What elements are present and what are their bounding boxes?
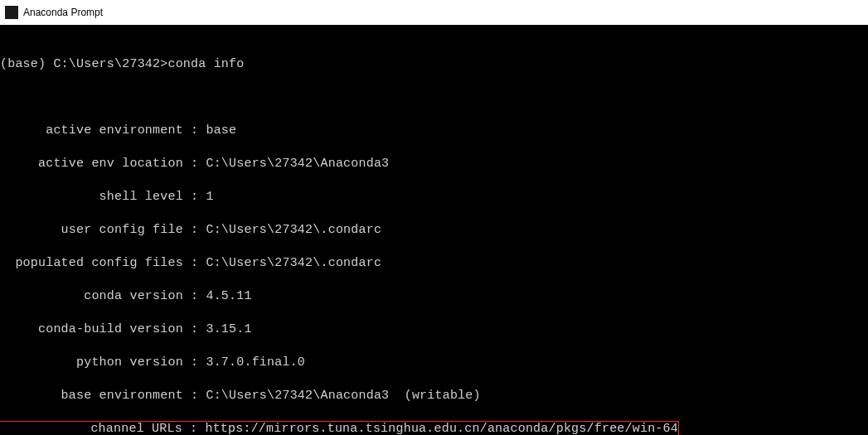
value: C:\Users\27342\Anaconda3 (206, 157, 389, 171)
row-channel-urls: channel URLs : https://mirrors.tuna.tsin… (0, 421, 868, 435)
sep: : (183, 256, 206, 270)
label: populated config files (0, 256, 183, 270)
sep: : (183, 223, 206, 237)
value: C:\Users\27342\Anaconda3 (writable) (206, 389, 480, 403)
highlight-annotation: channel URLs : https://mirrors.tuna.tsin… (0, 421, 679, 435)
row-python-version: python version : 3.7.0.final.0 (0, 355, 868, 371)
terminal-area[interactable]: (base) C:\Users\27342>conda info active … (0, 25, 868, 435)
row-conda-build-version: conda-build version : 3.15.1 (0, 321, 868, 338)
row-shell-level: shell level : 1 (0, 189, 868, 205)
value: C:\Users\27342\.condarc (206, 223, 381, 237)
row-populated-config-files: populated config files : C:\Users\27342\… (0, 255, 868, 272)
prompt-prefix: (base) C:\Users\27342> (0, 57, 167, 71)
blank-line (0, 89, 868, 106)
label: conda-build version (0, 322, 183, 336)
label: conda version (0, 289, 183, 303)
label: active environment (0, 123, 183, 138)
row-base-environment: base environment : C:\Users\27342\Anacon… (0, 388, 868, 404)
window-titlebar[interactable]: Anaconda Prompt (0, 0, 868, 25)
label: shell level (0, 190, 183, 204)
value: 1 (206, 190, 213, 204)
row-active-environment: active environment : base (0, 123, 868, 139)
value: 4.5.11 (206, 289, 251, 303)
terminal-icon (5, 6, 18, 19)
label: base environment (0, 389, 183, 403)
row-user-config-file: user config file : C:\Users\27342\.conda… (0, 222, 868, 239)
label: active env location (0, 157, 183, 171)
sep: : (183, 289, 206, 303)
value: C:\Users\27342\.condarc (206, 256, 381, 270)
row-active-env-location: active env location : C:\Users\27342\Ana… (0, 156, 868, 172)
sep: : (183, 389, 206, 403)
row-conda-version: conda version : 4.5.11 (0, 288, 868, 305)
sep: : (183, 355, 206, 370)
sep: : (183, 123, 206, 138)
prompt-line: (base) C:\Users\27342>conda info (0, 56, 868, 73)
sep: : (182, 422, 206, 435)
sep: : (183, 322, 206, 336)
label: python version (0, 355, 183, 370)
value: base (206, 123, 236, 138)
label: user config file (0, 223, 183, 237)
value: https://mirrors.tuna.tsinghua.edu.cn/ana… (205, 422, 678, 435)
value: 3.15.1 (206, 322, 251, 336)
prompt-command: conda info (167, 57, 244, 71)
window-title: Anaconda Prompt (23, 7, 103, 18)
sep: : (183, 157, 206, 171)
sep: : (183, 190, 206, 204)
value: 3.7.0.final.0 (206, 355, 305, 370)
label: channel URLs (0, 422, 182, 435)
